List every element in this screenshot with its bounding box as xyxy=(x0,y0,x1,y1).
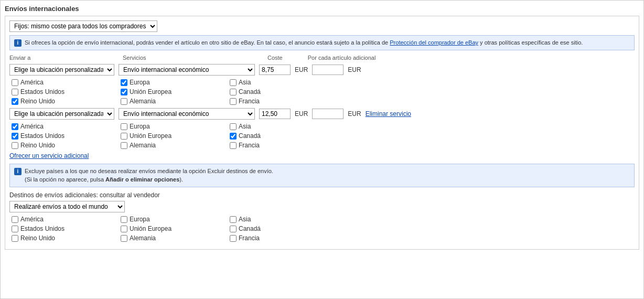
service3-cb-alemania: Alemania xyxy=(121,234,226,242)
service3-cb-canada-input[interactable] xyxy=(230,226,237,232)
main-shipping-dropdown[interactable]: Fijos: mismo coste para todos los compra… xyxy=(9,20,157,32)
service1-cb-america: América xyxy=(12,79,116,86)
service2-cb-ue-input[interactable] xyxy=(121,133,127,140)
service2-cb-reinounido-label: Reino Unido xyxy=(20,142,55,149)
service1-cost-currency: EUR xyxy=(295,66,308,73)
service3-cb-ue-label: Unión Europea xyxy=(130,225,171,232)
eliminar-servicio-link[interactable]: Eliminar servicio xyxy=(366,110,411,118)
service2-additional-currency: EUR xyxy=(348,110,361,118)
info-text-1: Si ofreces la opción de envío internacio… xyxy=(25,39,583,47)
service3-cb-eeuu-input[interactable] xyxy=(12,226,18,232)
service1-cost-input[interactable] xyxy=(259,65,291,75)
service1-cb-ue-label: Unión Europea xyxy=(130,88,171,95)
service2-cb-ue: Unión Europea xyxy=(121,132,226,140)
service2-cb-reinounido: Reino Unido xyxy=(12,142,116,149)
service1-cb-canada-input[interactable] xyxy=(230,89,237,95)
service2-cb-alemania-input[interactable] xyxy=(121,142,127,149)
service1-cb-europa-input[interactable] xyxy=(121,79,127,86)
service2-cb-francia-label: Francia xyxy=(239,142,260,149)
service1-headers: Enviar a Servicios Coste Por cada artícu… xyxy=(9,55,635,62)
service1-cb-asia-label: Asia xyxy=(239,79,251,86)
service2-cb-asia-input[interactable] xyxy=(230,123,237,130)
service1-cb-francia-input[interactable] xyxy=(230,98,237,105)
service1-cb-reinounido: Reino Unido xyxy=(12,98,116,105)
service2-cb-francia-input[interactable] xyxy=(230,142,237,149)
service2-cb-francia: Francia xyxy=(230,142,335,149)
service3-cb-asia: Asia xyxy=(230,216,335,223)
service-2-block: Elige la ubicación personalizada Envío i… xyxy=(9,108,635,149)
coste-label: Coste xyxy=(267,55,283,61)
service3-cb-reinounido-input[interactable] xyxy=(12,235,18,242)
enviar-label: Enviar a xyxy=(9,55,114,61)
service2-inputs-row: Elige la ubicación personalizada Envío i… xyxy=(9,108,635,120)
service1-cb-francia: Francia xyxy=(230,98,335,105)
ebay-protection-link[interactable]: Protección del comprador de eBay xyxy=(390,39,478,46)
service2-cb-eeuu-label: Estados Unidos xyxy=(20,132,65,140)
main-dropdown-row: Fijos: mismo coste para todos los compra… xyxy=(9,20,635,32)
service2-additional-input[interactable] xyxy=(312,109,344,119)
service3-cb-reinounido-label: Reino Unido xyxy=(20,234,55,242)
service3-cb-eeuu-label: Estados Unidos xyxy=(20,225,65,232)
service2-cb-alemania: Alemania xyxy=(121,142,226,149)
service2-cb-canada-input[interactable] xyxy=(230,133,237,140)
service2-checkboxes: América Europa Asia Estados Unidos Unión… xyxy=(12,123,635,149)
section-title: Envíos internacionales xyxy=(5,5,639,13)
destinos-adicionales-section: Destinos de envíos adicionales: consulta… xyxy=(9,191,635,242)
service3-cb-america-input[interactable] xyxy=(12,216,18,223)
service2-service-dropdown[interactable]: Envío internacional económico xyxy=(119,108,255,120)
service1-location-dropdown[interactable]: Elige la ubicación personalizada xyxy=(9,64,114,76)
service1-cb-eeuu: Estados Unidos xyxy=(12,88,116,95)
service3-cb-asia-label: Asia xyxy=(239,216,251,223)
service2-cost-input[interactable] xyxy=(259,109,291,119)
service2-cb-america-input[interactable] xyxy=(12,123,18,130)
service1-cb-alemania: Alemania xyxy=(121,98,226,105)
service2-cb-america: América xyxy=(12,123,116,130)
service1-cb-ue-input[interactable] xyxy=(121,89,127,95)
destinos-dropdown[interactable]: Realizaré envíos a todo el mundo xyxy=(9,201,125,212)
ofrecer-servicio-link[interactable]: Ofrecer un servicio adicional xyxy=(9,152,89,159)
envios-internacionales-section: Envíos internacionales Fijos: mismo cost… xyxy=(0,0,644,299)
service3-cb-europa-input[interactable] xyxy=(121,216,127,223)
service3-cb-canada-label: Canadá xyxy=(239,225,261,232)
service1-cb-asia-input[interactable] xyxy=(230,79,237,86)
service1-cb-reinounido-input[interactable] xyxy=(12,98,18,105)
service3-cb-francia-input[interactable] xyxy=(230,235,237,242)
service2-cb-ue-label: Unión Europea xyxy=(130,132,171,140)
service1-checkboxes: América Europa Asia Estados Unidos Unión… xyxy=(12,79,635,105)
info-icon-2: i xyxy=(14,168,22,175)
service2-cb-asia: Asia xyxy=(230,123,335,130)
service1-cb-alemania-input[interactable] xyxy=(121,98,127,105)
service3-cb-america: América xyxy=(12,216,116,223)
service3-checkboxes: América Europa Asia Estados Unidos Unión… xyxy=(12,216,635,242)
service2-cb-alemania-label: Alemania xyxy=(130,142,156,149)
destinos-label: Destinos de envíos adicionales: consulta… xyxy=(9,191,635,199)
service3-cb-alemania-input[interactable] xyxy=(121,235,127,242)
service1-cb-ue: Unión Europea xyxy=(121,88,226,95)
service3-cb-ue-input[interactable] xyxy=(121,226,127,232)
service1-cb-francia-label: Francia xyxy=(239,98,260,105)
service-1-block: Enviar a Servicios Coste Por cada artícu… xyxy=(9,55,635,105)
service3-cb-asia-input[interactable] xyxy=(230,216,237,223)
service1-cb-reinounido-label: Reino Unido xyxy=(20,98,55,105)
servicios-label: Servicios xyxy=(123,55,259,61)
service1-cb-america-input[interactable] xyxy=(12,79,18,86)
service1-cb-eeuu-input[interactable] xyxy=(12,89,18,95)
service2-cb-america-label: América xyxy=(20,123,44,130)
service1-service-dropdown[interactable]: Envío internacional económico xyxy=(119,64,255,76)
inner-box: Fijos: mismo coste para todos los compra… xyxy=(5,16,639,250)
service2-location-dropdown[interactable]: Elige la ubicación personalizada xyxy=(9,108,114,120)
service2-cb-europa-input[interactable] xyxy=(121,123,127,130)
service1-additional-currency: EUR xyxy=(348,66,361,73)
service1-inputs-row: Elige la ubicación personalizada Envío i… xyxy=(9,64,635,76)
service1-cb-canada: Canadá xyxy=(230,88,335,95)
service2-cb-reinounido-input[interactable] xyxy=(12,142,18,149)
service2-cb-eeuu-input[interactable] xyxy=(12,133,18,140)
service2-cb-europa: Europa xyxy=(121,123,226,130)
destinos-dropdown-row: Realizaré envíos a todo el mundo xyxy=(9,201,635,212)
service3-cb-europa: Europa xyxy=(121,216,226,223)
service2-cb-europa-label: Europa xyxy=(130,123,150,130)
service2-cost-currency: EUR xyxy=(295,110,308,118)
service1-cb-canada-label: Canadá xyxy=(239,88,261,95)
service2-cb-canada: Canadá xyxy=(230,132,335,140)
service1-additional-input[interactable] xyxy=(312,65,344,75)
